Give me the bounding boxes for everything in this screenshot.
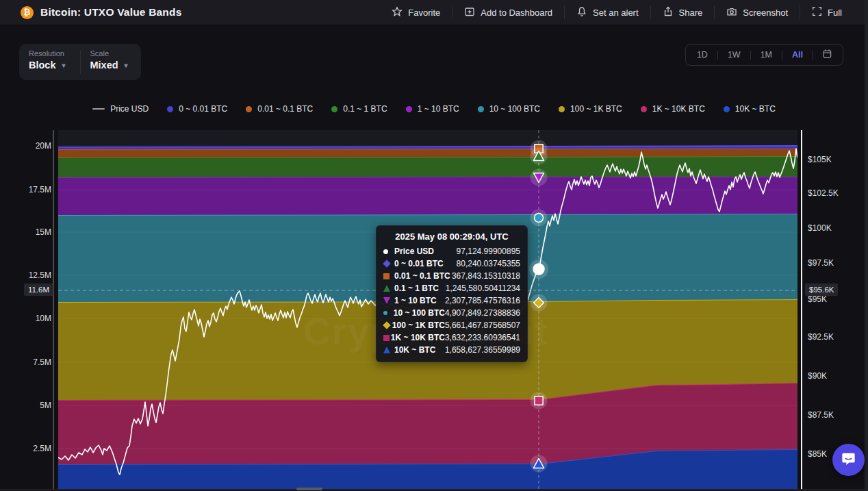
- tooltip-series-value: 4,907,849.27388836: [445, 308, 520, 318]
- diamond-marker-icon: [383, 321, 391, 329]
- app-window: CryptoQuant 20M17.5M15M12.5M10M7.5M5M2.5…: [0, 0, 868, 491]
- scale-label: Scale: [90, 49, 142, 58]
- tooltip-series-value: 80,240.03745355: [457, 259, 520, 268]
- chat-icon: [840, 450, 857, 470]
- left-crosshair-label: 11.6M: [24, 284, 53, 296]
- circle-marker-icon: [383, 249, 388, 254]
- calendar-icon: [822, 49, 832, 62]
- left-axis-tick: 7.5M: [33, 357, 51, 367]
- legend-label: 1 ~ 10 BTC: [418, 104, 459, 114]
- legend-label: 10K ~ BTC: [735, 104, 776, 114]
- fullscreen-icon: [812, 6, 822, 18]
- legend-item-price-usd[interactable]: Price USD: [92, 104, 149, 114]
- legend-item-band-5[interactable]: 100 ~ 1K BTC: [559, 104, 622, 114]
- tooltip-series-label: 0 ~ 0.01 BTC: [394, 259, 457, 268]
- band-color-swatch: [724, 106, 730, 112]
- star-icon: [392, 6, 403, 19]
- legend-item-band-6[interactable]: 1K ~ 10K BTC: [641, 104, 705, 114]
- range-1w[interactable]: 1W: [718, 50, 750, 60]
- scale-dropdown[interactable]: Scale Mixed▾: [81, 44, 142, 80]
- add-to-dashboard-label: Add to Dashboard: [481, 8, 552, 18]
- divider: [800, 5, 800, 19]
- legend-item-band-4[interactable]: 10 ~ 100 BTC: [478, 104, 540, 114]
- chat-bubble-button[interactable]: [832, 444, 865, 476]
- right-crosshair-label: $95.6K: [805, 284, 838, 296]
- tooltip-row: 1 ~ 10 BTC2,307,785.47576316: [383, 294, 520, 307]
- tooltip-series-label: Price USD: [394, 247, 457, 256]
- resolution-dropdown[interactable]: Resolution Block▾: [19, 44, 80, 80]
- tooltip-row: 0.01 ~ 0.1 BTC367,843.15310318: [383, 270, 520, 282]
- tooltip-series-value: 5,661,467.87568507: [445, 320, 520, 330]
- tooltip-row: 1K ~ 10K BTC3,632,233.60936541: [383, 331, 520, 344]
- tooltip-series-label: 100 ~ 1K BTC: [392, 320, 445, 330]
- set-alert-label: Set an alert: [593, 8, 639, 18]
- divider: [452, 5, 452, 19]
- resolution-label: Resolution: [29, 49, 80, 58]
- chevron-down-icon: ▾: [125, 62, 128, 69]
- tooltip-timestamp: 2025 May 08 00:29:04, UTC: [383, 231, 520, 242]
- set-alert-button[interactable]: Set an alert: [575, 3, 640, 22]
- tooltip-row: 10K ~ BTC1,658,627.36559989: [383, 344, 520, 356]
- fullscreen-label: Full: [828, 8, 842, 18]
- legend-label: 0 ~ 0.01 BTC: [179, 104, 227, 114]
- chevron-down-icon: ▾: [62, 62, 66, 69]
- band-color-swatch: [246, 106, 252, 112]
- band-color-swatch: [559, 106, 565, 112]
- vertical-scrollbar-track[interactable]: [865, 0, 868, 491]
- legend-item-band-7[interactable]: 10K ~ BTC: [724, 104, 776, 114]
- screenshot-button[interactable]: Screenshot: [725, 3, 789, 22]
- tooltip-series-value: 1,245,580.50411234: [446, 284, 520, 293]
- band-color-swatch: [641, 106, 647, 112]
- range-1d[interactable]: 1D: [687, 50, 717, 60]
- bitcoin-icon: ₿: [21, 6, 34, 19]
- tooltip-series-label: 1K ~ 10K BTC: [391, 333, 445, 342]
- band-color-swatch: [406, 106, 412, 112]
- page-title: Bitcoin: UTXO Value Bands: [40, 6, 182, 18]
- right-axis-tick: $87.5K: [808, 410, 834, 420]
- right-axis-tick: $90K: [808, 371, 827, 381]
- left-axis-tick: 5M: [40, 401, 51, 410]
- favorite-button[interactable]: Favorite: [390, 3, 442, 22]
- folder-plus-icon: [464, 6, 475, 19]
- left-axis-tick: 15M: [36, 227, 51, 237]
- right-axis-tick: $102.5K: [808, 188, 839, 198]
- legend-label: Price USD: [110, 104, 149, 114]
- share-button[interactable]: Share: [661, 3, 704, 22]
- legend-item-band-1[interactable]: 0.01 ~ 0.1 BTC: [246, 104, 313, 114]
- share-label: Share: [679, 8, 703, 18]
- fullscreen-button[interactable]: Full: [810, 3, 843, 21]
- diamond-marker-icon: [383, 260, 391, 268]
- scale-value: Mixed: [90, 60, 118, 71]
- legend-label: 10 ~ 100 BTC: [489, 104, 540, 114]
- tooltip-series-label: 10 ~ 100 BTC: [394, 308, 445, 318]
- square-marker-icon: [383, 335, 390, 341]
- horizontal-scrollbar-thumb[interactable]: [296, 488, 322, 490]
- tooltip-series-value: 1,658,627.36559989: [445, 345, 520, 355]
- right-axis-tick: $85K: [808, 449, 827, 459]
- resolution-value: Block: [29, 60, 56, 71]
- range-1m[interactable]: 1M: [751, 50, 782, 60]
- left-axis-tick: 12.5M: [29, 270, 51, 280]
- divider: [650, 5, 651, 19]
- add-to-dashboard-button[interactable]: Add to Dashboard: [463, 3, 554, 22]
- legend-label: 100 ~ 1K BTC: [570, 104, 622, 114]
- left-axis-tick: 20M: [36, 141, 51, 151]
- tooltip-series-value: 2,307,785.47576316: [445, 296, 520, 305]
- tooltip-series-value: 3,632,233.60936541: [445, 333, 520, 342]
- left-axis-tick: 10M: [36, 314, 51, 323]
- right-axis-tick: $97.5K: [808, 258, 834, 268]
- legend-item-band-0[interactable]: 0 ~ 0.01 BTC: [167, 104, 227, 114]
- band-color-swatch: [478, 106, 484, 112]
- app-header: ₿ Bitcoin: UTXO Value Bands Favorite Add…: [0, 0, 868, 25]
- tooltip-row: 10 ~ 100 BTC4,907,849.27388836: [383, 307, 520, 319]
- divider: [564, 5, 565, 19]
- legend-item-band-3[interactable]: 1 ~ 10 BTC: [406, 104, 459, 114]
- share-icon: [663, 6, 674, 19]
- right-axis-tick: $92.5K: [808, 332, 834, 342]
- range-selector: 1D 1W 1M All: [685, 44, 843, 66]
- triangle-up-marker-icon: [383, 347, 390, 353]
- range-all[interactable]: All: [782, 50, 813, 60]
- tooltip-row: 0.1 ~ 1 BTC1,245,580.50411234: [383, 282, 520, 294]
- date-range-picker-button[interactable]: [813, 49, 841, 62]
- legend-item-band-2[interactable]: 0.1 ~ 1 BTC: [331, 104, 387, 114]
